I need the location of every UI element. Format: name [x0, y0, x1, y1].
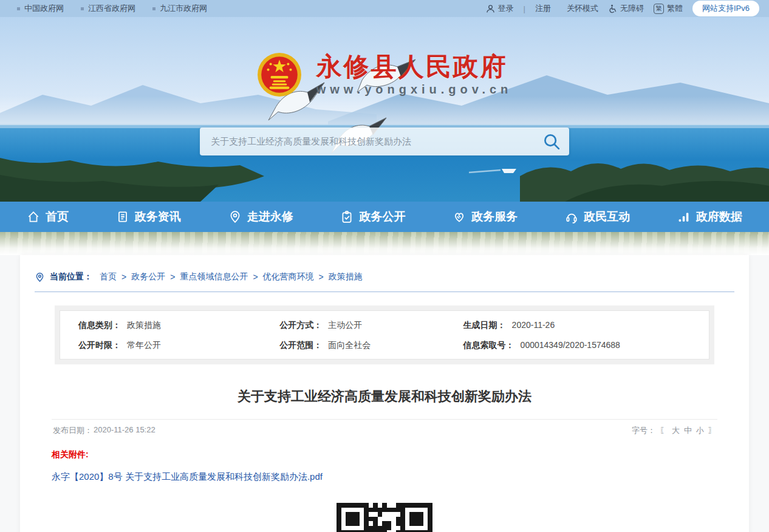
breadcrumb-separator: >	[253, 272, 258, 282]
nav-item-services[interactable]: 政务服务	[453, 209, 518, 225]
site-url: www.yongxiu.gov.cn	[316, 83, 513, 97]
care-mode-link[interactable]: 关怀模式	[567, 3, 598, 14]
chart-icon	[677, 210, 691, 223]
link-bullet-icon	[81, 7, 84, 10]
nav-item-home[interactable]: 首页	[27, 209, 69, 225]
site-title-block: 永修县人民政府 www.yongxiu.gov.cn	[316, 53, 513, 97]
breadcrumb-link-home[interactable]: 首页	[100, 271, 117, 282]
bracket-close: 〗	[708, 425, 716, 436]
topbar-link-china-gov[interactable]: 中国政府网	[17, 3, 64, 14]
traditional-badge-icon: 繁	[654, 4, 664, 14]
user-tools: 登录 | 注册 关怀模式 无障碍 繁 繁體 网站支持IPv6	[486, 1, 759, 16]
font-size-large[interactable]: 大	[672, 425, 680, 436]
breadcrumb-label: 当前位置：	[50, 271, 92, 282]
attachment-pdf-link[interactable]: 永字【2020】8号 关于支持工业高质量发展和科技创新奖励办法.pdf	[52, 471, 323, 483]
qr-code	[337, 503, 432, 532]
page-background: 当前位置： 首页 > 政务公开 > 重点领域信息公开 > 优化营商环境 > 政策…	[0, 255, 769, 532]
publish-date: 发布日期： 2020-11-26 15:22	[53, 425, 156, 436]
breadcrumb: 当前位置： 首页 > 政务公开 > 重点领域信息公开 > 优化营商环境 > 政策…	[35, 255, 734, 292]
qr-code-container	[35, 503, 734, 532]
breadcrumb-link-policy[interactable]: 政策措施	[329, 271, 363, 282]
wheelchair-icon	[608, 4, 617, 13]
article-title: 关于支持工业经济高质量发展和科技创新奖励办法	[47, 387, 722, 406]
register-link[interactable]: 注册	[535, 3, 551, 14]
user-icon	[486, 4, 495, 13]
info-field-method: 公开方式： 主动公开	[279, 319, 463, 331]
news-icon	[116, 210, 129, 223]
link-bullet-icon	[17, 7, 20, 10]
site-name: 永修县人民政府	[316, 53, 513, 81]
search-button[interactable]	[534, 128, 569, 155]
traditional-chinese-link[interactable]: 繁 繁體	[654, 3, 683, 14]
nav-item-about[interactable]: 走进永修	[228, 209, 293, 225]
clipboard-icon	[340, 210, 354, 223]
article-meta-row: 发布日期： 2020-11-26 15:22 字号： 〖 大 中 小 〗	[52, 419, 717, 442]
banner-scenery	[0, 17, 769, 202]
breadcrumb-link-disclosure[interactable]: 政务公开	[131, 271, 165, 282]
location-icon	[228, 210, 242, 223]
location-pin-icon	[35, 272, 45, 282]
info-field-category: 信息类别： 政策措施	[78, 319, 279, 331]
nav-item-disclosure[interactable]: 政务公开	[340, 209, 405, 225]
breadcrumb-separator: >	[170, 272, 175, 282]
breadcrumb-separator: >	[319, 272, 324, 282]
info-field-scope: 公开范围： 面向全社会	[279, 339, 463, 351]
main-navigation: 首页 政务资讯 走进永修 政务公开 政务服务 政民互动	[0, 202, 769, 232]
document-info-frame: 信息类别： 政策措施 公开方式： 主动公开 生成日期： 2020-11-26 公…	[55, 305, 714, 364]
header-banner: 永修县人民政府 www.yongxiu.gov.cn	[0, 17, 769, 202]
handshake-icon	[453, 210, 466, 223]
info-field-time-limit: 公开时限： 常年公开	[78, 339, 279, 351]
nav-item-interaction[interactable]: 政民互动	[565, 209, 630, 225]
topbar-link-jiangxi-gov[interactable]: 江西省政府网	[81, 3, 135, 14]
font-size-label: 字号：	[632, 425, 655, 436]
search-bar	[200, 128, 569, 155]
nav-item-data[interactable]: 政府数据	[677, 209, 742, 225]
tree-fade-strip	[0, 232, 769, 255]
accessibility-link[interactable]: 无障碍	[608, 3, 644, 14]
breadcrumb-link-key-info[interactable]: 重点领域信息公开	[180, 271, 248, 282]
search-icon	[542, 132, 561, 151]
info-field-gen-date: 生成日期： 2020-11-26	[463, 319, 691, 331]
breadcrumb-separator: >	[121, 272, 126, 282]
font-size-small[interactable]: 小	[696, 425, 704, 436]
divider: |	[524, 4, 525, 13]
ipv6-badge[interactable]: 网站支持IPv6	[692, 1, 759, 16]
top-utility-bar: 中国政府网 江西省政府网 九江市政府网 登录 | 注册 关怀模式	[0, 0, 769, 17]
info-field-index-number: 信息索取号： 000014349/2020-1574688	[463, 339, 691, 351]
gov-links: 中国政府网 江西省政府网 九江市政府网	[17, 3, 207, 14]
document-info-table: 信息类别： 政策措施 公开方式： 主动公开 生成日期： 2020-11-26 公…	[60, 310, 709, 360]
search-input[interactable]	[200, 137, 534, 147]
attachments-section: 相关附件: 永字【2020】8号 关于支持工业高质量发展和科技创新奖励办法.pd…	[52, 449, 717, 483]
link-bullet-icon	[152, 7, 156, 10]
nav-item-news[interactable]: 政务资讯	[116, 209, 181, 225]
home-icon	[27, 210, 40, 223]
headset-icon	[565, 210, 578, 223]
site-logo-link[interactable]: 永修县人民政府 www.yongxiu.gov.cn	[0, 52, 769, 97]
font-size-controls: 字号： 〖 大 中 小 〗	[632, 425, 716, 436]
login-link[interactable]: 登录	[486, 3, 514, 14]
breadcrumb-link-business-env[interactable]: 优化营商环境	[263, 271, 314, 282]
national-emblem-icon	[257, 52, 302, 97]
attachments-label: 相关附件:	[52, 449, 717, 460]
content-card: 当前位置： 首页 > 政务公开 > 重点领域信息公开 > 优化营商环境 > 政策…	[20, 255, 749, 532]
topbar-link-jiujiang-gov[interactable]: 九江市政府网	[152, 3, 207, 14]
font-size-medium[interactable]: 中	[684, 425, 692, 436]
bracket-open: 〖	[660, 425, 668, 436]
